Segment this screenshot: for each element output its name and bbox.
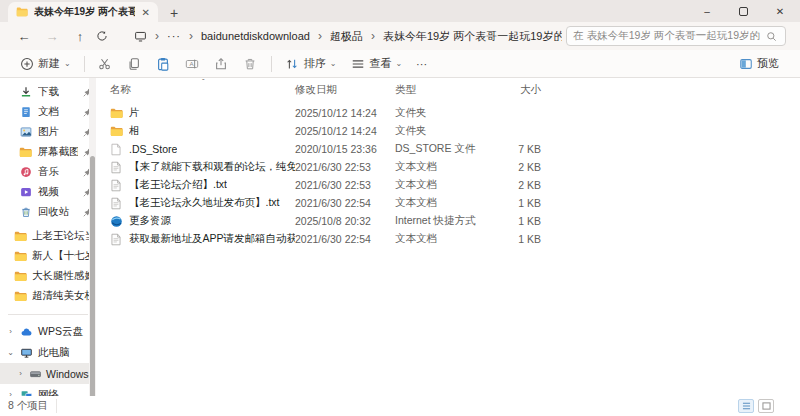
file-name: 片 [129,106,140,120]
refresh-button[interactable] [96,30,120,42]
search-value: 在 表妹今年19岁 两个表哥一起玩19岁的 [573,29,760,43]
tab-bar: 表妹今年19岁 两个表哥一起玩1 ✕ + – ✕ [0,0,800,22]
breadcrumb-chevron-icon: › [189,29,193,43]
plus-circle-icon [19,56,34,71]
sidebar-scrollbar-thumb[interactable] [90,156,95,396]
share-button[interactable] [207,52,236,76]
documents-icon [18,105,33,120]
sidebar-item[interactable]: 视频 [0,182,96,202]
column-header-date[interactable]: 修改日期 [295,83,395,97]
this-pc-icon [19,345,34,360]
file-date: 2021/6/30 22:53 [295,161,395,173]
toolbar-divider [84,56,85,72]
download-icon [18,85,33,100]
view-button[interactable]: 查看 ⌄ [343,52,409,76]
sidebar-item[interactable]: 屏幕截图 [0,142,96,162]
file-size: 2 KB [495,161,545,173]
address-device-icon[interactable] [134,29,147,44]
sidebar-tree-item[interactable]: › 网络 [0,384,96,396]
breadcrumb-chevron-icon: › [155,29,159,43]
maximize-button[interactable] [739,7,748,16]
column-header-type[interactable]: 类型 [395,83,495,97]
music-icon [18,165,33,180]
up-button[interactable]: ↑ [68,29,92,44]
twisty-icon[interactable]: › [6,390,15,396]
breadcrumb-item[interactable]: 表妹今年19岁 两个表哥一起玩19岁的表妹，真刺激 [383,29,562,44]
navigation-pane: 下载 文档 图片 屏幕截图 音乐 视频 [0,78,96,396]
copy-button[interactable] [120,52,149,76]
table-row[interactable]: 更多资源 2025/10/8 20:32 Internet 快捷方式 1 KB [110,212,800,230]
breadcrumb-overflow[interactable]: ··· [167,30,181,42]
rename-icon: A [185,56,200,71]
minimize-button[interactable]: – [701,6,713,17]
tab-close-icon[interactable]: ✕ [140,7,152,18]
file-type: 文件夹 [395,106,495,120]
file-name: 【老王论坛介绍】.txt [129,178,227,192]
file-type: 文本文档 [395,232,495,246]
table-row[interactable]: 【老王论坛永久地址发布页】.txt 2021/6/30 22:54 文本文档 1… [110,194,800,212]
sidebar-item[interactable]: 图片 [0,122,96,142]
folder-icon [18,145,32,160]
sidebar-tree-item[interactable]: ⌄ 此电脑 [0,342,96,363]
back-button[interactable]: ← [12,29,36,44]
sidebar-item[interactable]: 大长腿性感嫩模 [0,266,96,286]
rename-button[interactable]: A [178,52,207,76]
twisty-icon[interactable]: › [16,369,25,378]
paste-button[interactable] [149,52,178,76]
sidebar-item[interactable]: 新人【十七岁】 [0,246,96,266]
search-input[interactable]: 在 表妹今年19岁 两个表哥一起玩19岁的 [566,26,786,46]
table-row[interactable]: 片 2025/10/12 14:24 文件夹 [110,104,800,122]
more-button[interactable]: ··· [409,52,434,76]
explorer-tab[interactable]: 表妹今年19岁 两个表哥一起玩1 ✕ [8,2,158,22]
table-row[interactable]: 【老王论坛介绍】.txt 2021/6/30 22:53 文本文档 2 KB [110,176,800,194]
file-type: DS_STORE 文件 [395,142,495,156]
sidebar-item[interactable]: 音乐 [0,162,96,182]
close-button[interactable]: ✕ [774,6,786,17]
sidebar-item-label: 下载 [38,85,59,99]
icons-view-toggle[interactable] [758,399,774,413]
folder-icon [14,5,29,20]
sidebar-divider [8,314,88,315]
file-date: 2025/10/12 14:24 [295,107,395,119]
table-row[interactable]: 获取最新地址及APP请发邮箱自动获取.txt 2021/6/30 22:54 文… [110,230,800,248]
sidebar-item[interactable]: 下载 [0,82,96,102]
sidebar-item[interactable]: 回收站 [0,202,96,222]
sidebar-item[interactable]: 超清纯美女校花 [0,286,96,306]
table-row[interactable]: .DS_Store 2020/10/15 23:36 DS_STORE 文件 7… [110,140,800,158]
file-type: 文本文档 [395,196,495,210]
delete-button[interactable] [236,52,265,76]
paste-icon [156,56,171,71]
new-tab-button[interactable]: + [170,4,178,22]
file-size: 2 KB [495,179,545,191]
sidebar-item[interactable]: 上老王论坛当老 [0,226,96,246]
sidebar-item-label: 图片 [38,125,59,139]
file-name: 更多资源 [129,214,171,228]
new-button-label: 新建 [38,56,60,71]
sidebar-tree-item[interactable]: › Windows-SSD [0,363,96,384]
new-button[interactable]: 新建 ⌄ [12,52,78,76]
twisty-icon[interactable]: › [6,327,15,336]
status-bar: 8 个项目 [0,396,800,416]
sidebar-item[interactable]: 文档 [0,102,96,122]
sidebar-tree-item[interactable]: › WPS云盘 [0,321,96,342]
details-view-toggle[interactable] [738,399,754,413]
view-icon [350,56,365,71]
file-name: 相 [129,124,140,138]
trash-icon [243,56,258,71]
breadcrumb-item[interactable]: 超极品 [330,29,363,44]
sidebar-item-label: 大长腿性感嫩模 [32,269,92,283]
table-row[interactable]: 相 2025/10/12 14:24 文件夹 [110,122,800,140]
sidebar-item-label: 音乐 [38,165,59,179]
preview-button[interactable]: 预览 [731,52,786,76]
column-header-size[interactable]: 大小 [495,83,545,97]
command-bar: 新建 ⌄ A 排序 ⌄ [0,50,800,78]
twisty-icon[interactable]: ⌄ [6,348,15,357]
sidebar-item-label: 回收站 [38,205,70,219]
search-icon[interactable] [764,29,779,44]
text-file-icon [110,179,123,192]
table-row[interactable]: 【来了就能下载和观看的论坛，纯免费！】.txt 2021/6/30 22:53 … [110,158,800,176]
sort-button[interactable]: 排序 ⌄ [278,52,344,76]
cut-button[interactable] [91,52,120,76]
file-name: 【来了就能下载和观看的论坛，纯免费！】.txt [129,160,295,174]
breadcrumb-item[interactable]: baidunetdiskdownload [201,30,310,42]
